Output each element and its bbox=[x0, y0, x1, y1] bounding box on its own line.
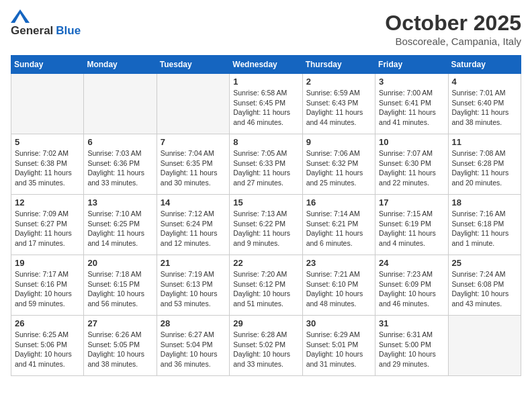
day-info: Sunrise: 7:19 AM Sunset: 6:13 PM Dayligh… bbox=[161, 269, 226, 309]
title-area: October 2025 Boscoreale, Campania, Italy bbox=[385, 11, 521, 47]
header: General Blue October 2025 Boscoreale, Ca… bbox=[11, 11, 521, 47]
calendar-cell: 1Sunrise: 6:58 AM Sunset: 6:45 PM Daylig… bbox=[230, 74, 302, 134]
calendar-cell: 10Sunrise: 7:07 AM Sunset: 6:30 PM Dayli… bbox=[375, 134, 448, 195]
day-number: 13 bbox=[87, 197, 152, 208]
calendar-week-row: 19Sunrise: 7:17 AM Sunset: 6:16 PM Dayli… bbox=[11, 255, 521, 316]
calendar-cell: 14Sunrise: 7:12 AM Sunset: 6:24 PM Dayli… bbox=[157, 195, 229, 255]
day-of-week-header: Saturday bbox=[448, 56, 521, 74]
day-number: 2 bbox=[306, 77, 371, 87]
day-number: 27 bbox=[87, 318, 152, 328]
day-number: 28 bbox=[161, 318, 226, 328]
calendar-cell: 26Sunrise: 6:25 AM Sunset: 5:06 PM Dayli… bbox=[11, 316, 84, 376]
day-number: 20 bbox=[87, 258, 152, 268]
day-info: Sunrise: 7:05 AM Sunset: 6:33 PM Dayligh… bbox=[233, 148, 298, 188]
day-info: Sunrise: 7:06 AM Sunset: 6:32 PM Dayligh… bbox=[306, 148, 371, 188]
calendar-cell: 31Sunrise: 6:31 AM Sunset: 5:00 PM Dayli… bbox=[375, 316, 448, 376]
day-number: 29 bbox=[233, 318, 298, 328]
calendar-cell: 3Sunrise: 7:00 AM Sunset: 6:41 PM Daylig… bbox=[375, 74, 448, 134]
day-info: Sunrise: 7:13 AM Sunset: 6:22 PM Dayligh… bbox=[233, 209, 298, 248]
logo-general: General bbox=[11, 24, 53, 38]
calendar-cell: 8Sunrise: 7:05 AM Sunset: 6:33 PM Daylig… bbox=[230, 134, 302, 195]
day-number: 7 bbox=[161, 137, 226, 147]
day-info: Sunrise: 7:21 AM Sunset: 6:10 PM Dayligh… bbox=[306, 269, 371, 309]
logo: General Blue bbox=[11, 11, 81, 38]
calendar-week-row: 5Sunrise: 7:02 AM Sunset: 6:38 PM Daylig… bbox=[11, 134, 521, 195]
calendar-cell bbox=[448, 316, 521, 376]
calendar-cell: 25Sunrise: 7:24 AM Sunset: 6:08 PM Dayli… bbox=[448, 255, 521, 316]
day-number: 16 bbox=[306, 197, 371, 208]
calendar-cell: 19Sunrise: 7:17 AM Sunset: 6:16 PM Dayli… bbox=[11, 255, 84, 316]
day-number: 18 bbox=[452, 197, 517, 208]
day-number: 10 bbox=[379, 137, 444, 147]
calendar-cell: 5Sunrise: 7:02 AM Sunset: 6:38 PM Daylig… bbox=[11, 134, 84, 195]
calendar-cell: 28Sunrise: 6:27 AM Sunset: 5:04 PM Dayli… bbox=[157, 316, 229, 376]
calendar-cell: 22Sunrise: 7:20 AM Sunset: 6:12 PM Dayli… bbox=[230, 255, 302, 316]
calendar-cell: 4Sunrise: 7:01 AM Sunset: 6:40 PM Daylig… bbox=[448, 74, 521, 134]
day-number: 4 bbox=[452, 77, 517, 87]
day-of-week-header: Monday bbox=[84, 56, 157, 74]
day-number: 15 bbox=[233, 197, 298, 208]
day-info: Sunrise: 6:26 AM Sunset: 5:05 PM Dayligh… bbox=[87, 330, 152, 369]
day-number: 26 bbox=[15, 318, 80, 328]
day-info: Sunrise: 6:29 AM Sunset: 5:01 PM Dayligh… bbox=[306, 330, 371, 369]
day-number: 22 bbox=[233, 258, 298, 268]
day-number: 9 bbox=[306, 137, 371, 147]
day-of-week-header: Thursday bbox=[302, 56, 375, 74]
day-number: 1 bbox=[233, 77, 298, 87]
calendar-cell: 12Sunrise: 7:09 AM Sunset: 6:27 PM Dayli… bbox=[11, 195, 84, 255]
day-info: Sunrise: 7:02 AM Sunset: 6:38 PM Dayligh… bbox=[15, 148, 80, 188]
calendar-cell bbox=[84, 74, 157, 134]
day-number: 25 bbox=[452, 258, 517, 268]
calendar-cell bbox=[157, 74, 229, 134]
calendar-cell: 2Sunrise: 6:59 AM Sunset: 6:43 PM Daylig… bbox=[302, 74, 375, 134]
calendar-cell: 15Sunrise: 7:13 AM Sunset: 6:22 PM Dayli… bbox=[230, 195, 302, 255]
calendar-cell: 13Sunrise: 7:10 AM Sunset: 6:25 PM Dayli… bbox=[84, 195, 157, 255]
day-info: Sunrise: 6:28 AM Sunset: 5:02 PM Dayligh… bbox=[233, 330, 298, 369]
day-number: 12 bbox=[15, 197, 80, 208]
calendar-cell: 20Sunrise: 7:18 AM Sunset: 6:15 PM Dayli… bbox=[84, 255, 157, 316]
day-info: Sunrise: 6:59 AM Sunset: 6:43 PM Dayligh… bbox=[306, 88, 371, 128]
calendar-week-row: 26Sunrise: 6:25 AM Sunset: 5:06 PM Dayli… bbox=[11, 316, 521, 376]
day-of-week-header: Friday bbox=[375, 56, 448, 74]
day-info: Sunrise: 7:09 AM Sunset: 6:27 PM Dayligh… bbox=[15, 209, 80, 248]
day-info: Sunrise: 7:12 AM Sunset: 6:24 PM Dayligh… bbox=[161, 209, 226, 248]
day-info: Sunrise: 7:04 AM Sunset: 6:35 PM Dayligh… bbox=[161, 148, 226, 188]
day-info: Sunrise: 6:25 AM Sunset: 5:06 PM Dayligh… bbox=[15, 330, 80, 369]
day-number: 19 bbox=[15, 258, 80, 268]
day-of-week-header: Wednesday bbox=[230, 56, 302, 74]
month-title: October 2025 bbox=[385, 11, 521, 36]
day-info: Sunrise: 7:03 AM Sunset: 6:36 PM Dayligh… bbox=[87, 148, 152, 188]
day-number: 8 bbox=[233, 137, 298, 147]
calendar-header-row: SundayMondayTuesdayWednesdayThursdayFrid… bbox=[11, 56, 521, 74]
day-number: 30 bbox=[306, 318, 371, 328]
day-number: 31 bbox=[379, 318, 444, 328]
day-info: Sunrise: 6:31 AM Sunset: 5:00 PM Dayligh… bbox=[379, 330, 444, 369]
day-info: Sunrise: 7:01 AM Sunset: 6:40 PM Dayligh… bbox=[452, 88, 517, 128]
calendar-cell: 29Sunrise: 6:28 AM Sunset: 5:02 PM Dayli… bbox=[230, 316, 302, 376]
day-info: Sunrise: 7:17 AM Sunset: 6:16 PM Dayligh… bbox=[15, 269, 80, 309]
calendar-cell: 23Sunrise: 7:21 AM Sunset: 6:10 PM Dayli… bbox=[302, 255, 375, 316]
day-number: 24 bbox=[379, 258, 444, 268]
calendar-cell: 18Sunrise: 7:16 AM Sunset: 6:18 PM Dayli… bbox=[448, 195, 521, 255]
day-number: 17 bbox=[379, 197, 444, 208]
day-info: Sunrise: 7:00 AM Sunset: 6:41 PM Dayligh… bbox=[379, 88, 444, 128]
calendar-week-row: 12Sunrise: 7:09 AM Sunset: 6:27 PM Dayli… bbox=[11, 195, 521, 255]
location-title: Boscoreale, Campania, Italy bbox=[385, 36, 521, 47]
day-info: Sunrise: 7:07 AM Sunset: 6:30 PM Dayligh… bbox=[379, 148, 444, 188]
day-info: Sunrise: 7:15 AM Sunset: 6:19 PM Dayligh… bbox=[379, 209, 444, 248]
calendar-cell: 24Sunrise: 7:23 AM Sunset: 6:09 PM Dayli… bbox=[375, 255, 448, 316]
calendar-cell: 7Sunrise: 7:04 AM Sunset: 6:35 PM Daylig… bbox=[157, 134, 229, 195]
day-info: Sunrise: 6:27 AM Sunset: 5:04 PM Dayligh… bbox=[161, 330, 226, 369]
day-number: 23 bbox=[306, 258, 371, 268]
calendar-cell: 17Sunrise: 7:15 AM Sunset: 6:19 PM Dayli… bbox=[375, 195, 448, 255]
calendar-cell bbox=[11, 74, 84, 134]
calendar-cell: 11Sunrise: 7:08 AM Sunset: 6:28 PM Dayli… bbox=[448, 134, 521, 195]
logo-blue: Blue bbox=[56, 24, 81, 38]
day-info: Sunrise: 7:10 AM Sunset: 6:25 PM Dayligh… bbox=[87, 209, 152, 248]
calendar-cell: 27Sunrise: 6:26 AM Sunset: 5:05 PM Dayli… bbox=[84, 316, 157, 376]
day-info: Sunrise: 6:58 AM Sunset: 6:45 PM Dayligh… bbox=[233, 88, 298, 128]
day-info: Sunrise: 7:14 AM Sunset: 6:21 PM Dayligh… bbox=[306, 209, 371, 248]
day-of-week-header: Sunday bbox=[11, 56, 84, 74]
calendar-week-row: 1Sunrise: 6:58 AM Sunset: 6:45 PM Daylig… bbox=[11, 74, 521, 134]
day-info: Sunrise: 7:18 AM Sunset: 6:15 PM Dayligh… bbox=[87, 269, 152, 309]
